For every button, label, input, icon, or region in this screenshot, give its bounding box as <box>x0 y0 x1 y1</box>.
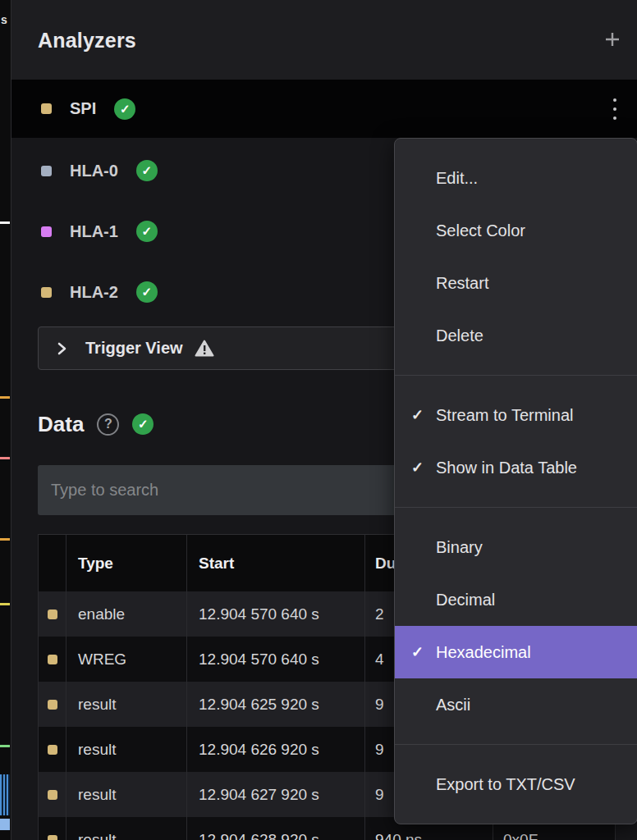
analyzer-enabled-check-icon: ✓ <box>114 98 135 120</box>
menu-item-edit[interactable]: Edit... <box>395 152 637 204</box>
cell-start: 12.904 570 640 s <box>187 637 365 682</box>
kebab-menu-icon[interactable] <box>610 95 620 123</box>
menu-item-binary[interactable]: Binary <box>395 521 637 573</box>
menu-item-decimal[interactable]: Decimal <box>395 573 637 626</box>
row-color-swatch <box>48 655 57 664</box>
analyzer-label: HLA-2 <box>70 283 118 302</box>
menu-item-label: Stream to Terminal <box>436 406 573 425</box>
app-screen: s Analyzers SPI ✓ HLA-0 ✓ HLA-1 <box>0 0 637 840</box>
analyzer-label: HLA-0 <box>70 162 118 180</box>
menu-item-label: Show in Data Table <box>436 459 577 477</box>
menu-section-output: ✓ Stream to Terminal ✓ Show in Data Tabl… <box>395 375 637 507</box>
cell-type: result <box>66 727 187 772</box>
menu-item-hexadecimal[interactable]: ✓ Hexadecimal <box>395 626 637 678</box>
menu-section-export: Export to TXT/CSV <box>395 744 637 824</box>
analyzer-color-swatch <box>41 103 52 114</box>
cell-type: result <box>66 817 187 840</box>
column-header-start: Start <box>187 535 365 591</box>
menu-item-stream-to-terminal[interactable]: ✓ Stream to Terminal <box>395 389 637 441</box>
trigger-view-label: Trigger View <box>85 339 183 358</box>
check-icon: ✓ <box>411 459 424 477</box>
menu-item-label: Restart <box>436 274 488 293</box>
row-color-swatch <box>48 745 57 755</box>
menu-item-label: Export to TXT/CSV <box>436 775 575 794</box>
waveform-burst-block <box>0 774 10 815</box>
column-header-swatch <box>39 535 66 591</box>
cell-start: 12.904 627 920 s <box>187 772 365 817</box>
row-color-swatch <box>48 835 57 840</box>
menu-item-label: Edit... <box>436 169 478 188</box>
analyzer-color-swatch <box>41 287 52 298</box>
analyzers-panel: Analyzers SPI ✓ HLA-0 ✓ HLA-1 ✓ <box>11 0 637 840</box>
menu-item-restart[interactable]: Restart <box>395 257 637 309</box>
waveform-channel-label: s <box>1 13 7 26</box>
cell-start: 12.904 626 920 s <box>187 727 365 772</box>
data-enabled-check-icon: ✓ <box>132 413 154 435</box>
analyzer-context-menu: Edit... Select Color Restart Delete ✓ <box>394 138 637 824</box>
waveform-bar-block <box>0 819 10 830</box>
cell-start: 12.904 625 920 s <box>187 682 365 727</box>
analyzer-enabled-check-icon: ✓ <box>136 221 158 242</box>
add-analyzer-button[interactable] <box>603 30 622 49</box>
cell-type: result <box>66 682 187 727</box>
check-icon: ✓ <box>411 643 424 661</box>
analyzer-label: HLA-1 <box>70 222 118 241</box>
row-color-swatch <box>48 790 57 800</box>
analyzer-enabled-check-icon: ✓ <box>136 281 158 303</box>
cell-type: result <box>66 772 187 817</box>
cell-start: 12.904 570 640 s <box>187 591 365 637</box>
menu-item-label: Ascii <box>436 696 470 714</box>
plus-icon <box>604 31 621 48</box>
menu-item-export-txt-csv[interactable]: Export to TXT/CSV <box>395 758 637 810</box>
waveform-tick <box>0 538 10 541</box>
row-color-swatch <box>48 700 57 710</box>
menu-item-show-in-data-table[interactable]: ✓ Show in Data Table <box>395 441 637 494</box>
waveform-tick <box>0 221 10 224</box>
column-header-type: Type <box>66 535 187 591</box>
waveform-tick <box>0 396 10 399</box>
menu-item-delete[interactable]: Delete <box>395 309 637 362</box>
menu-item-label: Decimal <box>436 591 495 609</box>
analyzer-color-swatch <box>41 166 52 176</box>
cell-type: enable <box>66 591 187 637</box>
menu-section-actions: Edit... Select Color Restart Delete <box>395 139 637 375</box>
waveform-tick <box>0 457 10 459</box>
panel-header: Analyzers <box>11 0 637 80</box>
menu-item-label: Hexadecimal <box>436 643 531 662</box>
menu-item-label: Binary <box>436 538 483 557</box>
menu-item-ascii[interactable]: Ascii <box>395 678 637 731</box>
analyzer-label: SPI <box>70 99 96 118</box>
menu-section-radix: Binary Decimal ✓ Hexadecimal Ascii <box>395 507 637 744</box>
waveform-tick <box>0 745 10 747</box>
waveform-tick <box>0 603 10 605</box>
menu-item-label: Delete <box>436 326 483 345</box>
help-icon[interactable]: ? <box>97 413 119 436</box>
panel-title: Analyzers <box>38 29 136 52</box>
chevron-right-icon <box>57 341 67 356</box>
cell-type: WREG <box>66 637 187 682</box>
check-icon: ✓ <box>411 406 424 424</box>
waveform-strip: s <box>0 0 11 840</box>
warning-icon <box>195 340 214 357</box>
data-section-title: Data <box>38 412 84 437</box>
row-color-swatch <box>48 609 57 619</box>
menu-item-select-color[interactable]: Select Color <box>395 204 637 257</box>
cell-start: 12.904 628 920 s <box>187 817 365 840</box>
data-section-header: Data ? ✓ <box>38 409 154 439</box>
analyzer-color-swatch <box>41 226 52 237</box>
menu-item-label: Select Color <box>436 221 525 240</box>
analyzer-enabled-check-icon: ✓ <box>136 160 158 181</box>
analyzer-row-spi[interactable]: SPI ✓ <box>11 80 637 138</box>
